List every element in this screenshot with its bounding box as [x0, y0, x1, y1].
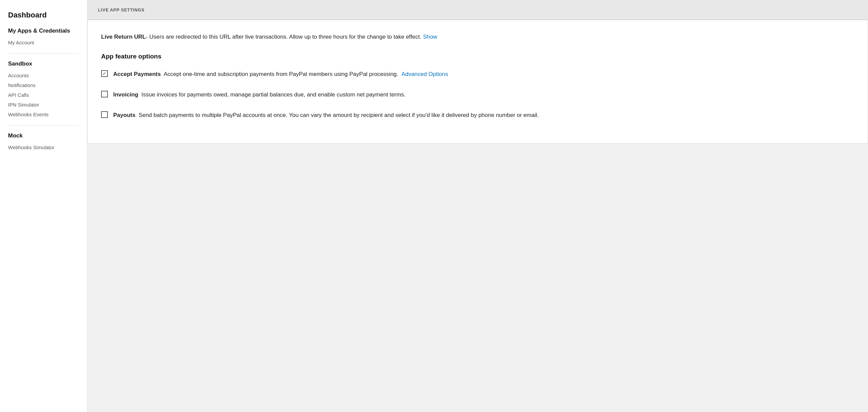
sidebar-item-notifications[interactable]: Notifications — [8, 80, 79, 90]
live-return-url-label: Live Return URL — [101, 34, 146, 40]
sidebar-item-accounts[interactable]: Accounts — [8, 70, 79, 80]
accept-payments-description: Accept one-time and subscription payment… — [163, 71, 398, 77]
sidebar-title: Dashboard — [8, 11, 79, 20]
invoicing-checkbox[interactable] — [101, 91, 108, 97]
invoicing-title: Invoicing — [113, 91, 138, 98]
sidebar-item-my-account[interactable]: My Account — [8, 38, 79, 48]
feature-item-payouts: Payouts Send batch payments to multiple … — [101, 111, 854, 120]
sidebar-item-webhooks-events[interactable]: Webhooks Events — [8, 110, 79, 119]
section-header-title: LIVE APP SETTINGS — [98, 7, 145, 12]
accept-payments-title: Accept Payments — [113, 71, 161, 77]
sidebar: Dashboard My Apps & Credentials My Accou… — [0, 0, 87, 412]
sidebar-section-mock: Mock — [8, 133, 79, 139]
live-return-url-text: Live Return URL- Users are redirected to… — [101, 32, 854, 42]
sidebar-item-api-calls[interactable]: API Calls — [8, 90, 79, 100]
sidebar-item-my-apps-credentials[interactable]: My Apps & Credentials — [8, 28, 79, 34]
live-return-url-description: - Users are redirected to this URL after… — [146, 34, 421, 40]
payouts-description: Send batch payments to multiple PayPal a… — [139, 112, 539, 118]
checkmark-icon: ✓ — [102, 71, 106, 76]
invoicing-description: Issue invoices for payments owed, manage… — [142, 91, 405, 98]
payouts-title: Payouts — [113, 112, 135, 118]
content-card: Live Return URL- Users are redirected to… — [87, 20, 868, 144]
sidebar-item-ipn-simulator[interactable]: IPN Simulator — [8, 100, 79, 110]
sidebar-divider-1 — [8, 53, 79, 54]
sidebar-section-sandbox: Sandbox — [8, 60, 79, 67]
payouts-checkbox[interactable] — [101, 111, 108, 118]
payouts-text: Payouts Send batch payments to multiple … — [113, 111, 539, 120]
invoicing-text: Invoicing Issue invoices for payments ow… — [113, 90, 405, 100]
section-header: LIVE APP SETTINGS — [87, 0, 868, 20]
advanced-options-link[interactable]: Advanced Options — [401, 71, 448, 77]
show-link[interactable]: Show — [423, 34, 437, 40]
feature-item-accept-payments: ✓ Accept Payments Accept one-time and su… — [101, 69, 854, 79]
sidebar-item-webhooks-simulator[interactable]: Webhooks Simulator — [8, 143, 79, 152]
app-feature-options-title: App feature options — [101, 53, 854, 60]
accept-payments-text: Accept Payments Accept one-time and subs… — [113, 69, 448, 79]
feature-item-invoicing: Invoicing Issue invoices for payments ow… — [101, 90, 854, 100]
sidebar-divider-2 — [8, 125, 79, 126]
accept-payments-checkbox[interactable]: ✓ — [101, 70, 108, 77]
main-content: LIVE APP SETTINGS Live Return URL- Users… — [87, 0, 868, 412]
live-return-url-section: Live Return URL- Users are redirected to… — [101, 32, 854, 42]
